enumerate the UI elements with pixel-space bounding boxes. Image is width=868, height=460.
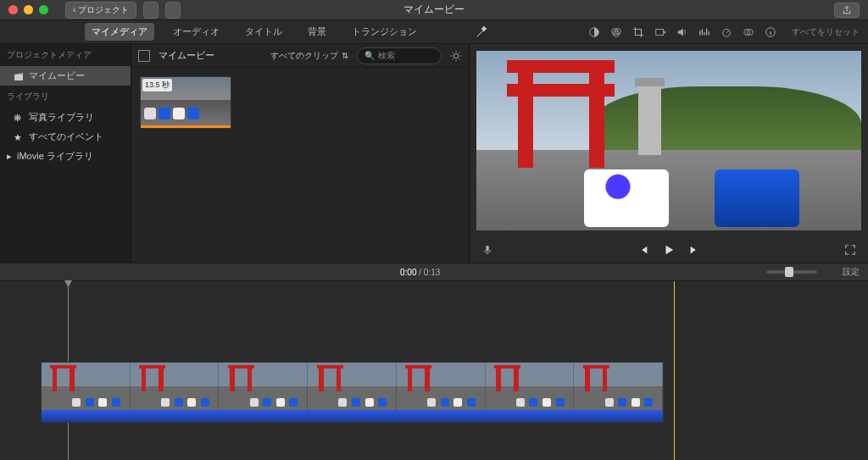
voiceover-mic-icon[interactable] <box>481 244 493 256</box>
close-window-button[interactable] <box>8 5 18 14</box>
clapper-icon <box>14 71 24 81</box>
next-frame-button[interactable] <box>688 244 700 256</box>
toggle-sidebar-button[interactable] <box>138 50 150 62</box>
sidebar-item-imovie-library[interactable]: ▸ iMovie ライブラリ <box>0 147 131 166</box>
search-icon: 🔍 <box>364 51 375 60</box>
svg-rect-10 <box>14 75 23 80</box>
current-time: 0:00 <box>400 268 416 277</box>
sidebar-item-label: 写真ライブラリ <box>29 111 94 124</box>
prev-frame-button[interactable] <box>637 244 649 256</box>
tab-audio[interactable]: オーディオ <box>166 23 226 41</box>
media-import-button[interactable] <box>143 2 159 19</box>
window-title: マイムービー <box>403 3 465 17</box>
timeline-settings-button[interactable]: 設定 <box>843 266 860 278</box>
search-input[interactable]: 🔍 検索 <box>357 47 442 64</box>
back-to-projects-button[interactable]: ‹ プロジェクト <box>65 2 136 19</box>
chevron-left-icon: ‹ <box>73 5 75 14</box>
import-download-button[interactable] <box>165 2 181 19</box>
stabilization-icon[interactable] <box>654 26 666 38</box>
svg-rect-5 <box>656 29 664 35</box>
info-icon[interactable] <box>765 26 776 38</box>
clip-filter-dropdown[interactable]: すべてのクリップ ⇅ <box>270 50 348 62</box>
fullscreen-icon[interactable] <box>844 244 856 256</box>
video-preview[interactable] <box>476 51 861 230</box>
color-balance-icon[interactable] <box>588 26 600 38</box>
clip-audio-waveform <box>42 410 663 422</box>
chevron-updown-icon: ⇅ <box>342 51 348 60</box>
speed-icon[interactable] <box>721 26 732 38</box>
svg-rect-12 <box>486 246 489 252</box>
search-placeholder: 検索 <box>378 50 395 62</box>
timeline-clip[interactable] <box>41 362 664 423</box>
tab-backgrounds[interactable]: 背景 <box>301 23 333 41</box>
star-icon: ★ <box>14 132 24 142</box>
preview-frame <box>476 51 861 230</box>
sidebar-item-photo-library[interactable]: ❋ 写真ライブラリ <box>0 108 131 127</box>
browser-breadcrumb: マイムービー <box>159 49 214 62</box>
project-media-header: プロジェクトメディア <box>0 44 131 66</box>
share-icon <box>842 5 852 15</box>
timeline-timecode: 0:00 / 0:13 <box>400 268 440 277</box>
disclosure-triangle-icon: ▸ <box>7 151 12 162</box>
sidebar-item-label: すべてのイベント <box>29 130 103 143</box>
sidebar-item-label: マイムービー <box>29 69 85 82</box>
zoom-slider-thumb[interactable] <box>785 267 793 277</box>
tab-transitions[interactable]: トランジション <box>345 23 424 41</box>
tab-my-media[interactable]: マイメディア <box>85 23 154 41</box>
back-label: プロジェクト <box>78 4 129 16</box>
sidebar-item-my-movie[interactable]: マイムービー <box>0 66 131 86</box>
sidebar-item-label: iMovie ライブラリ <box>17 150 93 163</box>
timeline-area[interactable] <box>0 281 868 460</box>
playhead-current[interactable] <box>674 281 675 460</box>
minimize-window-button[interactable] <box>24 5 33 14</box>
crop-icon[interactable] <box>632 26 644 38</box>
fullscreen-window-button[interactable] <box>39 5 48 14</box>
sidebar-item-all-events[interactable]: ★ すべてのイベント <box>0 127 131 147</box>
media-clip-thumbnail[interactable]: 13.5 秒 <box>140 76 231 129</box>
filter-label: すべてのクリップ <box>270 50 338 62</box>
clip-filmstrip <box>42 363 663 410</box>
play-button[interactable] <box>663 244 675 256</box>
svg-point-11 <box>453 53 458 58</box>
share-button[interactable] <box>834 3 860 18</box>
total-time: 0:13 <box>424 268 440 277</box>
tab-titles[interactable]: タイトル <box>238 23 289 41</box>
enhance-wand-icon[interactable] <box>475 25 488 39</box>
library-header: ライブラリ <box>0 86 131 108</box>
volume-icon[interactable] <box>676 26 688 38</box>
browser-settings-gear-icon[interactable] <box>450 50 462 62</box>
color-correction-icon[interactable] <box>610 26 622 38</box>
timeline-zoom-slider[interactable] <box>766 270 817 274</box>
reset-all-button[interactable]: すべてをリセット <box>792 26 860 38</box>
flower-icon: ❋ <box>14 113 24 123</box>
clip-filter-icon[interactable] <box>743 26 754 38</box>
clip-duration-badge: 13.5 秒 <box>142 79 172 91</box>
noise-equalizer-icon[interactable] <box>698 26 710 38</box>
